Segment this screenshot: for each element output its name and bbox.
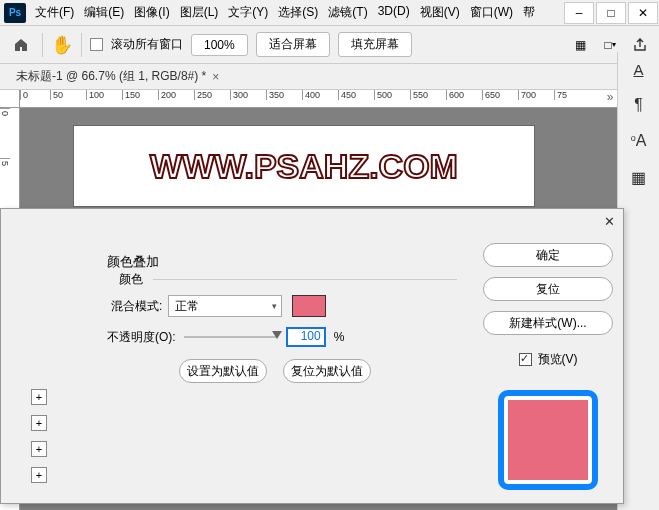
ruler-tick: 100 [86, 90, 122, 100]
zoom-value[interactable]: 100% [191, 34, 248, 56]
ruler-tick: 450 [338, 90, 374, 100]
menu-edit[interactable]: 编辑(E) [79, 1, 129, 24]
preview-checkbox[interactable] [519, 353, 532, 366]
fill-screen-button[interactable]: 填充屏幕 [338, 32, 412, 57]
ok-button[interactable]: 确定 [483, 243, 613, 267]
window-controls: – □ ✕ [563, 1, 659, 25]
menu-image[interactable]: 图像(I) [129, 1, 174, 24]
app-logo: Ps [4, 3, 26, 23]
hand-tool-icon[interactable]: ✋ [51, 34, 73, 56]
paragraph-panel-icon[interactable]: ¶ [625, 94, 653, 116]
document-tab-bar: 未标题-1 @ 66.7% (组 1, RGB/8#) * × [0, 64, 659, 90]
sub-title: 颜色 [119, 271, 143, 288]
ruler-tick: 550 [410, 90, 446, 100]
fit-screen-button[interactable]: 适合屏幕 [256, 32, 330, 57]
tab-close-icon[interactable]: × [212, 70, 219, 84]
home-icon [13, 37, 29, 53]
menu-select[interactable]: 选择(S) [273, 1, 323, 24]
preview-row: 预览(V) [519, 351, 578, 368]
add-effect-column: + + + + [31, 389, 47, 483]
set-default-button[interactable]: 设置为默认值 [179, 359, 267, 383]
ruler-tick: 75 [554, 90, 590, 100]
add-effect-button[interactable]: + [31, 467, 47, 483]
menu-layer[interactable]: 图层(L) [175, 1, 224, 24]
opacity-row: 不透明度(O): 100 % [107, 327, 344, 347]
divider [42, 33, 43, 57]
menu-file[interactable]: 文件(F) [30, 1, 79, 24]
blend-mode-dropdown[interactable]: 正常 ▾ [168, 295, 282, 317]
ruler-tick: 0 [20, 90, 50, 100]
close-button[interactable]: ✕ [628, 2, 658, 24]
canvas-text: WWW.PSAHZ.COM [150, 147, 458, 186]
share-icon-svg [632, 37, 648, 53]
add-effect-button[interactable]: + [31, 415, 47, 431]
color-swatch[interactable] [292, 295, 326, 317]
ruler-tick: 200 [158, 90, 194, 100]
ruler-tick: 350 [266, 90, 302, 100]
slider-track [184, 336, 278, 338]
menu-filter[interactable]: 滤镜(T) [323, 1, 372, 24]
chevron-down-icon: ▾ [272, 301, 277, 311]
ruler-tick: 700 [518, 90, 554, 100]
menu-help[interactable]: 帮 [518, 1, 540, 24]
menu-window[interactable]: 窗口(W) [465, 1, 518, 24]
dialog-buttons: 确定 复位 新建样式(W)... 预览(V) [473, 209, 623, 503]
scroll-all-checkbox[interactable] [90, 38, 103, 51]
new-style-button[interactable]: 新建样式(W)... [483, 311, 613, 335]
ruler-tick: 5 [0, 158, 10, 208]
ruler-corner [0, 90, 20, 108]
ruler-tick: 400 [302, 90, 338, 100]
dialog-close-button[interactable]: ✕ [601, 213, 617, 229]
ruler-tick: 50 [50, 90, 86, 100]
add-effect-button[interactable]: + [31, 441, 47, 457]
cancel-button[interactable]: 复位 [483, 277, 613, 301]
character-panel-icon[interactable]: A [625, 58, 653, 80]
options-bar: ✋ 滚动所有窗口 100% 适合屏幕 填充屏幕 ▦ □▾ [0, 26, 659, 64]
layer-style-dialog: ✕ 颜色叠加 颜色 混合模式: 正常 ▾ 不透明度(O): 100 [0, 208, 624, 504]
document-tab-label: 未标题-1 @ 66.7% (组 1, RGB/8#) * [16, 68, 206, 85]
ruler-tick: 650 [482, 90, 518, 100]
home-button[interactable] [8, 33, 34, 57]
collapse-panels-icon[interactable]: » [603, 90, 617, 104]
ruler-tick: 500 [374, 90, 410, 100]
add-effect-button[interactable]: + [31, 389, 47, 405]
ruler-tick: 150 [122, 90, 158, 100]
menu-3d[interactable]: 3D(D) [373, 1, 415, 24]
canvas[interactable]: WWW.PSAHZ.COM [74, 126, 534, 206]
section-title: 颜色叠加 [107, 253, 159, 271]
maximize-button[interactable]: □ [596, 2, 626, 24]
menu-view[interactable]: 视图(V) [415, 1, 465, 24]
opacity-input[interactable]: 100 [286, 327, 326, 347]
qr-icon[interactable]: ▦ [569, 35, 591, 55]
slider-thumb-icon[interactable] [272, 331, 282, 339]
scroll-all-label: 滚动所有窗口 [111, 36, 183, 53]
blend-mode-value: 正常 [175, 298, 199, 315]
divider [81, 33, 82, 57]
defaults-row: 设置为默认值 复位为默认值 [179, 359, 371, 383]
reset-default-button[interactable]: 复位为默认值 [283, 359, 371, 383]
dialog-content: 颜色叠加 颜色 混合模式: 正常 ▾ 不透明度(O): 100 % [1, 209, 473, 503]
glyphs-panel-icon[interactable]: oA [625, 130, 653, 152]
horizontal-ruler: 0 50 100 150 200 250 300 350 400 450 500… [20, 90, 617, 108]
preview-label: 预览(V) [538, 351, 578, 368]
percent-label: % [334, 330, 345, 344]
divider-line [153, 279, 457, 280]
title-bar: Ps 文件(F) 编辑(E) 图像(I) 图层(L) 文字(Y) 选择(S) 滤… [0, 0, 659, 26]
document-tab[interactable]: 未标题-1 @ 66.7% (组 1, RGB/8#) * × [8, 64, 227, 89]
menu-type[interactable]: 文字(Y) [223, 1, 273, 24]
swatches-panel-icon[interactable]: ▦ [625, 166, 653, 188]
ruler-tick: 600 [446, 90, 482, 100]
blend-mode-label: 混合模式: [111, 298, 162, 315]
preview-swatch [498, 390, 598, 490]
menu-bar: 文件(F) 编辑(E) 图像(I) 图层(L) 文字(Y) 选择(S) 滤镜(T… [30, 1, 563, 24]
opacity-label: 不透明度(O): [107, 329, 176, 346]
minimize-button[interactable]: – [564, 2, 594, 24]
ruler-tick: 300 [230, 90, 266, 100]
opacity-slider[interactable] [184, 330, 278, 344]
ruler-tick: 250 [194, 90, 230, 100]
blend-mode-row: 混合模式: 正常 ▾ [111, 295, 326, 317]
ruler-tick: 0 [0, 108, 10, 158]
